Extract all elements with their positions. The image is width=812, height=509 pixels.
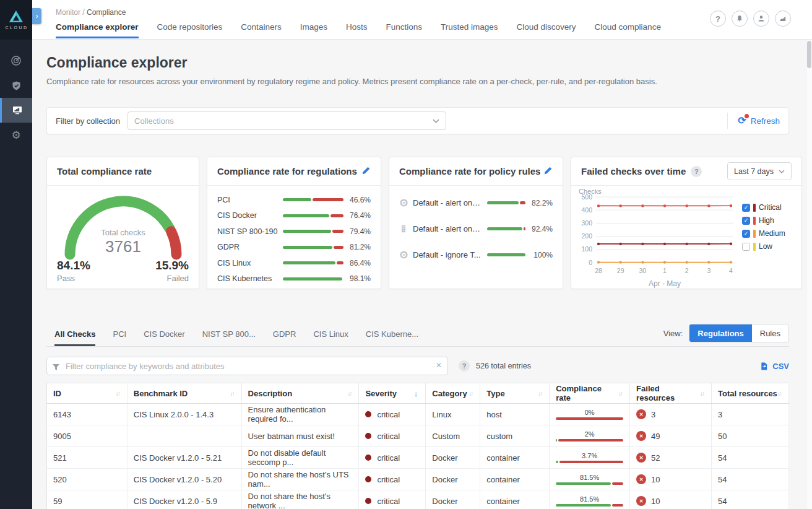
clear-filter-icon[interactable]: ✕ <box>436 361 442 370</box>
tab-cloud-compliance[interactable]: Cloud compliance <box>595 22 661 38</box>
chevron-right-icon: › <box>36 12 38 20</box>
col-benchmark-id[interactable]: Benchmark ID↓↑ <box>127 383 241 404</box>
collections-select-placeholder: Collections <box>134 116 174 126</box>
svg-text:200: 200 <box>581 232 592 240</box>
tab-containers[interactable]: Containers <box>241 22 281 38</box>
compliance-bar <box>556 417 623 420</box>
sort-icon[interactable]: ↓↑ <box>700 390 705 397</box>
sort-icon[interactable]: ↓↑ <box>116 390 121 397</box>
svg-text:1: 1 <box>663 267 667 274</box>
severity-dot <box>365 476 371 482</box>
help-icon[interactable]: ? <box>691 166 702 177</box>
vertical-scrollbar[interactable] <box>806 40 812 509</box>
edit-pencil-icon[interactable] <box>543 166 553 177</box>
tab-trusted-images[interactable]: Trusted images <box>441 22 498 38</box>
failed-label: Failed <box>155 274 189 283</box>
sidebar-item-defend[interactable] <box>0 73 32 98</box>
divider <box>727 113 728 129</box>
top-nav-tabs: Compliance explorer Code repositories Co… <box>56 22 812 38</box>
collections-select[interactable]: Collections <box>127 111 446 130</box>
tab-gdpr[interactable]: GDPR <box>273 329 296 346</box>
tab-cis-docker[interactable]: CIS Docker <box>144 329 184 346</box>
col-type[interactable]: Type↓↑ <box>480 383 550 404</box>
failed-checks-card: Failed checks over time ? Last 7 days 01… <box>571 157 802 289</box>
view-rules-button[interactable]: Rules <box>752 324 788 342</box>
app-logo[interactable]: CLOUD <box>0 0 32 40</box>
tab-cis-linux[interactable]: CIS Linux <box>313 329 348 346</box>
sort-desc-icon[interactable]: ↓ <box>414 389 420 398</box>
sort-icon[interactable]: ↓↑ <box>777 390 782 397</box>
regulation-row: GDPR 81.2% <box>217 240 371 256</box>
edit-pencil-icon[interactable] <box>361 166 371 177</box>
tab-functions[interactable]: Functions <box>386 22 422 38</box>
checkbox-checked[interactable]: ✓ <box>742 204 750 212</box>
view-regulations-button[interactable]: Regulations <box>689 324 751 342</box>
cloud-logo-icon <box>8 10 24 24</box>
col-failed-resources[interactable]: Failed resources↓↑ <box>630 383 712 404</box>
col-id[interactable]: ID↓↑ <box>47 383 127 404</box>
containers-icon <box>399 198 413 207</box>
legend-item-high[interactable]: ✓ High <box>742 216 797 225</box>
failed-percent: 15.9% <box>155 259 189 272</box>
tab-code-repositories[interactable]: Code repositories <box>157 22 223 38</box>
table-row[interactable]: 521 CIS Docker v1.2.0 - 5.21 Do not disa… <box>47 447 789 469</box>
legend-item-critical[interactable]: ✓ Critical <box>742 203 797 212</box>
sidebar-item-monitor[interactable] <box>0 98 32 123</box>
table-row[interactable]: 520 CIS Docker v1.2.0 - 5.20 Do not shar… <box>47 469 789 490</box>
page-content: Compliance explorer Compliance rate for … <box>32 54 812 509</box>
tab-hosts[interactable]: Hosts <box>346 22 368 38</box>
compliance-filter-input[interactable] <box>46 357 448 375</box>
col-severity[interactable]: Severity↓ <box>359 383 426 404</box>
compliance-bar <box>283 246 343 249</box>
failed-x-icon: ✕ <box>636 453 646 463</box>
sidebar-expand-button[interactable]: › <box>32 8 41 24</box>
table-row[interactable]: 6143 CIS Linux 2.0.0 - 1.4.3 Ensure auth… <box>47 404 789 425</box>
col-category[interactable]: Category↓↑ <box>426 383 480 404</box>
stats-icon[interactable] <box>775 11 791 27</box>
checkbox-checked[interactable]: ✓ <box>742 230 750 238</box>
compliance-bar <box>283 230 343 233</box>
tab-pci[interactable]: PCI <box>113 329 126 346</box>
col-compliance-rate[interactable]: Compliance rate↓↑ <box>550 383 630 404</box>
gauge-svg: Total checks 3761 <box>61 194 185 260</box>
sort-icon[interactable]: ↓↑ <box>618 390 623 397</box>
severity-dot <box>365 498 371 504</box>
col-total-resources[interactable]: Total resources↓↑ <box>712 383 789 404</box>
logo-text: CLOUD <box>4 25 28 30</box>
svg-text:30: 30 <box>639 267 646 274</box>
help-icon[interactable]: ? <box>459 360 470 372</box>
refresh-button[interactable]: ⟳ Refresh <box>738 116 780 126</box>
tab-cloud-discovery[interactable]: Cloud discovery <box>517 22 576 38</box>
col-description[interactable]: Description↓↑ <box>241 383 359 404</box>
help-icon[interactable]: ? <box>710 11 726 27</box>
breadcrumb: Monitor / Compliance <box>56 0 812 17</box>
compliance-bar <box>283 214 343 217</box>
tab-all-checks[interactable]: All Checks <box>54 329 95 346</box>
breadcrumb-section[interactable]: Monitor <box>56 8 80 17</box>
page-title: Compliance explorer <box>46 54 789 71</box>
csv-export-button[interactable]: CSV <box>759 362 789 371</box>
checkbox-unchecked[interactable]: ✓ <box>742 243 750 251</box>
tab-images[interactable]: Images <box>300 22 327 38</box>
tab-nist[interactable]: NIST SP 800... <box>202 329 256 346</box>
scrollbar-thumb[interactable] <box>807 41 811 68</box>
sort-icon[interactable]: ↓↑ <box>347 390 352 397</box>
sidebar-item-radar[interactable] <box>0 48 32 73</box>
sort-icon[interactable]: ↓↑ <box>538 390 543 397</box>
table-row[interactable]: 59 CIS Docker v1.2.0 - 5.9 Do not share … <box>47 490 789 509</box>
legend-item-low[interactable]: ✓ Low <box>742 242 797 251</box>
csv-export-icon <box>759 362 769 371</box>
tab-compliance-explorer[interactable]: Compliance explorer <box>56 22 139 38</box>
notifications-bell-icon[interactable] <box>732 11 748 27</box>
svg-text:3: 3 <box>707 267 710 274</box>
sidebar-item-settings[interactable]: ⚙ <box>0 123 32 147</box>
time-range-select[interactable]: Last 7 days <box>727 162 792 180</box>
checkbox-checked[interactable]: ✓ <box>742 217 750 225</box>
sort-icon[interactable]: ↓↑ <box>230 390 235 397</box>
user-icon[interactable] <box>753 11 769 27</box>
card-title: Total compliance rate <box>57 166 152 176</box>
legend-item-medium[interactable]: ✓ Medium <box>742 229 797 238</box>
tab-cis-kubernetes[interactable]: CIS Kuberne... <box>366 329 418 346</box>
sort-icon[interactable]: ↓↑ <box>469 390 473 397</box>
table-row[interactable]: 9005 User batman must exist! critical Cu… <box>47 425 789 447</box>
